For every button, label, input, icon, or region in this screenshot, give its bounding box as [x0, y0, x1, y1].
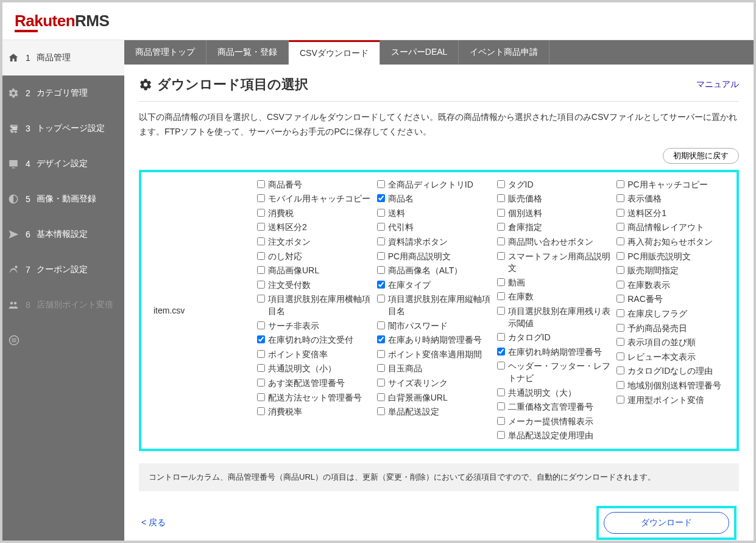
field-checkbox[interactable]: 商品情報レイアウト — [616, 221, 730, 234]
checkbox-input[interactable] — [377, 335, 385, 343]
field-checkbox[interactable]: 送料区分2 — [257, 221, 371, 234]
field-checkbox[interactable]: 項目選択肢別在庫用縦軸項目名 — [377, 293, 491, 318]
field-checkbox[interactable]: タグID — [497, 178, 611, 192]
field-checkbox[interactable]: 代引料 — [377, 221, 491, 234]
field-checkbox[interactable]: 送料 — [377, 207, 491, 220]
checkbox-input[interactable] — [497, 417, 505, 425]
field-checkbox[interactable]: 販売価格 — [497, 192, 611, 206]
field-checkbox[interactable]: 資料請求ボタン — [377, 236, 491, 249]
field-checkbox[interactable]: 在庫数 — [497, 290, 611, 304]
field-checkbox[interactable]: 注文受付数 — [257, 279, 371, 292]
sidebar-item-6[interactable]: 6基本情報設定 — [2, 217, 124, 252]
field-checkbox[interactable]: RAC番号 — [616, 293, 730, 306]
field-checkbox[interactable]: 在庫数表示 — [616, 279, 730, 292]
checkbox-input[interactable] — [257, 237, 265, 245]
checkbox-input[interactable] — [497, 292, 505, 300]
checkbox-input[interactable] — [616, 266, 624, 274]
field-checkbox[interactable]: 全商品ディレクトリID — [377, 178, 491, 192]
field-checkbox[interactable]: 配送方法セット管理番号 — [257, 391, 371, 405]
checkbox-input[interactable] — [257, 252, 265, 260]
checkbox-input[interactable] — [257, 194, 265, 202]
field-checkbox[interactable]: PC用商品説明文 — [377, 250, 491, 264]
field-checkbox[interactable]: 単品配送設定使用理由 — [497, 429, 611, 443]
checkbox-input[interactable] — [377, 209, 385, 217]
field-checkbox[interactable]: 白背景画像URL — [377, 391, 491, 405]
checkbox-input[interactable] — [616, 237, 624, 245]
checkbox-input[interactable] — [257, 266, 265, 274]
sidebar-item-5[interactable]: 5画像・動画登録 — [2, 181, 124, 217]
checkbox-input[interactable] — [616, 281, 624, 289]
field-checkbox[interactable]: 倉庫指定 — [497, 221, 611, 234]
checkbox-input[interactable] — [497, 223, 505, 231]
checkbox-input[interactable] — [616, 209, 624, 217]
field-checkbox[interactable]: 共通説明文（小） — [257, 362, 371, 376]
field-checkbox[interactable]: サイズ表リンク — [377, 377, 491, 390]
checkbox-input[interactable] — [377, 295, 385, 303]
field-checkbox[interactable]: 運用型ポイント変倍 — [616, 394, 730, 407]
checkbox-input[interactable] — [497, 278, 505, 286]
field-checkbox[interactable]: 商品問い合わせボタン — [497, 236, 611, 249]
checkbox-input[interactable] — [616, 223, 624, 231]
checkbox-input[interactable] — [377, 223, 385, 231]
checkbox-input[interactable] — [497, 237, 505, 245]
checkbox-input[interactable] — [616, 396, 624, 404]
field-checkbox[interactable]: 送料区分1 — [616, 207, 730, 220]
field-checkbox[interactable]: 在庫タイプ — [377, 279, 491, 292]
field-checkbox[interactable]: 商品名 — [377, 192, 491, 206]
field-checkbox[interactable]: メーカー提供情報表示 — [497, 415, 611, 429]
field-checkbox[interactable]: カタログID — [497, 331, 611, 345]
field-checkbox[interactable]: 消費税率 — [257, 405, 371, 419]
checkbox-input[interactable] — [257, 209, 265, 217]
field-checkbox[interactable]: 商品番号 — [257, 178, 371, 192]
tab-1[interactable]: 商品一覧・登録 — [207, 40, 289, 65]
checkbox-input[interactable] — [257, 295, 265, 303]
field-checkbox[interactable]: 動画 — [497, 276, 611, 290]
field-checkbox[interactable]: 在庫戻しフラグ — [616, 307, 730, 321]
checkbox-input[interactable] — [377, 393, 385, 401]
checkbox-input[interactable] — [497, 333, 505, 341]
field-checkbox[interactable]: 販売期間指定 — [616, 264, 730, 278]
field-checkbox[interactable]: 目玉商品 — [377, 362, 491, 376]
checkbox-input[interactable] — [616, 324, 624, 332]
checkbox-input[interactable] — [616, 180, 624, 188]
field-checkbox[interactable]: カタログIDなしの理由 — [616, 365, 730, 378]
checkbox-input[interactable] — [377, 252, 385, 260]
checkbox-input[interactable] — [257, 335, 265, 343]
checkbox-input[interactable] — [497, 348, 505, 356]
sidebar-item-7[interactable]: 7クーポン設定 — [2, 252, 124, 287]
checkbox-input[interactable] — [616, 366, 624, 374]
checkbox-input[interactable] — [497, 307, 505, 315]
checkbox-input[interactable] — [616, 194, 624, 202]
checkbox-input[interactable] — [257, 281, 265, 289]
checkbox-input[interactable] — [497, 180, 505, 188]
checkbox-input[interactable] — [377, 407, 385, 415]
field-checkbox[interactable]: あす楽配送管理番号 — [257, 377, 371, 390]
field-checkbox[interactable]: 地域別個別送料管理番号 — [616, 379, 730, 393]
tab-4[interactable]: イベント商品申請 — [459, 40, 549, 65]
field-checkbox[interactable]: 商品画像URL — [257, 264, 371, 278]
checkbox-input[interactable] — [377, 379, 385, 387]
checkbox-input[interactable] — [257, 379, 265, 387]
field-checkbox[interactable]: スマートフォン用商品説明文 — [497, 250, 611, 275]
field-checkbox[interactable]: 表示項目の並び順 — [616, 336, 730, 349]
field-checkbox[interactable]: 商品画像名（ALT） — [377, 264, 491, 278]
checkbox-input[interactable] — [377, 194, 385, 202]
checkbox-input[interactable] — [497, 362, 505, 370]
field-checkbox[interactable]: レビュー本文表示 — [616, 351, 730, 364]
field-checkbox[interactable]: ヘッダー・フッター・レフトナビ — [497, 360, 611, 385]
field-checkbox[interactable]: 単品配送設定 — [377, 405, 491, 419]
checkbox-input[interactable] — [497, 252, 505, 260]
checkbox-input[interactable] — [377, 180, 385, 188]
field-checkbox[interactable]: 在庫切れ時の注文受付 — [257, 334, 371, 347]
checkbox-input[interactable] — [377, 237, 385, 245]
checkbox-input[interactable] — [377, 321, 385, 329]
back-link[interactable]: < 戻る — [141, 517, 166, 528]
manual-link[interactable]: マニュアル — [696, 79, 739, 90]
checkbox-input[interactable] — [616, 309, 624, 317]
field-checkbox[interactable]: PC用販売説明文 — [616, 250, 730, 264]
field-checkbox[interactable]: 注文ボタン — [257, 236, 371, 249]
field-checkbox[interactable]: 個別送料 — [497, 207, 611, 220]
sidebar-item-2[interactable]: 2カテゴリ管理 — [2, 75, 124, 111]
sidebar-more-icon[interactable] — [2, 323, 124, 358]
sidebar-item-8[interactable]: 8店舗別ポイント変倍 — [2, 287, 124, 323]
